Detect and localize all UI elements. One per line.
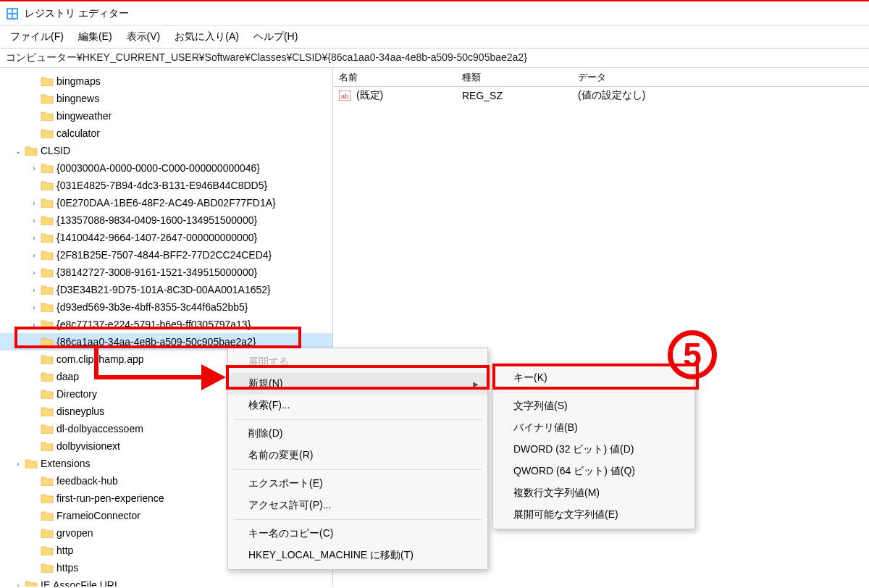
- svg-rect-3: [8, 14, 12, 18]
- ctx-new[interactable]: 新規(N) ▶: [228, 373, 487, 395]
- folder-icon: [41, 406, 54, 416]
- tree-item[interactable]: bingmaps: [0, 72, 332, 90]
- tree-item-label: {e8c77137-e224-5791-b6e9-ff0305797a13}: [56, 319, 251, 330]
- separator: [234, 469, 482, 470]
- tree-item-label: {14100442-9664-1407-2647-000000000000}: [56, 232, 257, 243]
- col-name[interactable]: 名前: [333, 71, 456, 84]
- expand-icon[interactable]: ›: [29, 303, 39, 311]
- value-row[interactable]: ab (既定) REG_SZ (値の設定なし): [333, 87, 869, 104]
- ctx-export[interactable]: エクスポート(E): [228, 473, 487, 495]
- tree-item-label: http: [56, 545, 73, 556]
- arrow-line: [94, 375, 203, 379]
- col-data[interactable]: データ: [572, 71, 869, 84]
- expand-icon[interactable]: ›: [13, 460, 23, 468]
- expand-icon[interactable]: ›: [29, 269, 39, 277]
- svg-text:ab: ab: [341, 93, 348, 100]
- tree-item-label: {38142727-3008-9161-1521-349515000000}: [56, 266, 257, 278]
- tree-item-label: https: [56, 562, 78, 574]
- svg-rect-2: [13, 9, 17, 13]
- folder-icon: [41, 232, 54, 243]
- folder-icon: [41, 76, 54, 86]
- tree-item-label: {86ca1aa0-34aa-4e8b-a509-50c905bae2a2}: [56, 336, 256, 348]
- ctx-rename[interactable]: 名前の変更(R): [228, 445, 487, 466]
- folder-icon: [41, 424, 54, 434]
- ctx-new-dword[interactable]: DWORD (32 ビット) 値(D): [493, 439, 694, 461]
- folder-icon: [41, 528, 54, 538]
- tree-item-label: bingnews: [56, 93, 99, 104]
- tree-item[interactable]: ›{38142727-3008-9161-1521-349515000000}: [0, 264, 332, 281]
- address-bar[interactable]: コンピューター¥HKEY_CURRENT_USER¥Software¥Class…: [0, 48, 869, 68]
- menu-file[interactable]: ファイル(F): [10, 30, 64, 43]
- folder-icon: [41, 354, 54, 364]
- tree-item[interactable]: ›{e8c77137-e224-5791-b6e9-ff0305797a13}: [0, 316, 332, 333]
- ctx-new-key[interactable]: キー(K): [493, 367, 694, 389]
- tree-item-label: bingweather: [56, 110, 112, 122]
- context-menu: 展開する 新規(N) ▶ 検索(F)... 削除(D) 名前の変更(R) エクス…: [227, 348, 488, 570]
- folder-icon: [41, 267, 54, 277]
- ctx-goto-hklm[interactable]: HKEY_LOCAL_MACHINE に移動(T): [228, 545, 487, 566]
- ctx-new-binary[interactable]: バイナリ値(B): [493, 417, 694, 439]
- tree-item-label: com.clipchamp.app: [56, 353, 144, 365]
- value-header-row: 名前 種類 データ: [333, 68, 869, 87]
- tree-item-label: calculator: [56, 127, 100, 139]
- expand-icon[interactable]: ›: [29, 251, 39, 259]
- col-type[interactable]: 種類: [456, 71, 572, 84]
- window-title: レジストリ エディター: [25, 7, 129, 20]
- value-name: (既定): [356, 89, 383, 101]
- menu-edit[interactable]: 編集(E): [78, 30, 112, 43]
- folder-icon: [41, 198, 54, 208]
- menu-bar: ファイル(F) 編集(E) 表示(V) お気に入り(A) ヘルプ(H): [0, 26, 869, 48]
- tree-item[interactable]: ⌄CLSID: [0, 142, 332, 159]
- tree-item[interactable]: ›IE.AssocFile.URL: [0, 576, 332, 587]
- ctx-delete[interactable]: 削除(D): [228, 423, 487, 445]
- value-type: REG_SZ: [456, 90, 572, 101]
- title-bar: レジストリ エディター: [0, 1, 869, 26]
- tree-item[interactable]: ›{0E270DAA-1BE6-48F2-AC49-ABD02F77FD1A}: [0, 194, 332, 211]
- expand-icon[interactable]: ›: [29, 164, 39, 172]
- tree-item[interactable]: ›{d93ed569-3b3e-4bff-8355-3c44f6a52bb5}: [0, 298, 332, 316]
- expand-icon[interactable]: ⌄: [13, 147, 23, 155]
- tree-item[interactable]: ›{D3E34B21-9D75-101A-8C3D-00AA001A1652}: [0, 281, 332, 298]
- tree-item[interactable]: ›{14100442-9664-1407-2647-000000000000}: [0, 229, 332, 246]
- tree-item-label: Extensions: [41, 458, 90, 469]
- expand-icon[interactable]: ›: [29, 234, 39, 242]
- menu-view[interactable]: 表示(V): [127, 30, 161, 43]
- folder-icon: [41, 511, 54, 521]
- folder-icon: [41, 285, 54, 295]
- expand-icon[interactable]: ›: [13, 581, 23, 587]
- tree-item[interactable]: calculator: [0, 125, 332, 142]
- expand-icon[interactable]: ›: [29, 321, 39, 329]
- ctx-copy-key[interactable]: キー名のコピー(C): [228, 523, 487, 545]
- ctx-find[interactable]: 検索(F)...: [228, 395, 487, 416]
- tree-item[interactable]: bingnews: [0, 90, 332, 107]
- ctx-permissions[interactable]: アクセス許可(P)...: [228, 495, 487, 516]
- ctx-new-expandstring[interactable]: 展開可能な文字列値(E): [493, 504, 694, 526]
- expand-icon[interactable]: ›: [29, 286, 39, 294]
- ctx-new-qword[interactable]: QWORD (64 ビット) 値(Q): [493, 461, 694, 482]
- tree-item[interactable]: {031E4825-7B94-4dc3-B131-E946B44C8DD5}: [0, 177, 332, 194]
- separator: [234, 419, 482, 420]
- expand-icon[interactable]: ›: [29, 217, 39, 224]
- folder-icon: [41, 128, 54, 138]
- svg-rect-1: [8, 9, 12, 13]
- tree-item[interactable]: ›{0003000A-0000-0000-C000-000000000046}: [0, 159, 332, 177]
- menu-help[interactable]: ヘルプ(H): [253, 30, 298, 43]
- folder-icon: [41, 441, 54, 451]
- regedit-icon: [6, 7, 19, 20]
- tree-item-label: {0E270DAA-1BE6-48F2-AC49-ABD02F77FD1A}: [56, 197, 276, 209]
- folder-icon: [41, 163, 54, 173]
- tree-item-label: {d93ed569-3b3e-4bff-8355-3c44f6a52bb5}: [56, 301, 248, 313]
- tree-item[interactable]: ›{13357088-9834-0409-1600-134951500000}: [0, 211, 332, 229]
- value-data: (値の設定なし): [572, 89, 869, 102]
- separator: [499, 392, 689, 392]
- context-submenu-new: キー(K) 文字列値(S) バイナリ値(B) DWORD (32 ビット) 値(…: [492, 364, 695, 529]
- folder-icon: [41, 250, 54, 260]
- tree-item-label: FrameioConnector: [56, 510, 140, 521]
- ctx-new-multistring[interactable]: 複数行文字列値(M): [493, 482, 694, 504]
- arrow-head-icon: [201, 364, 226, 390]
- ctx-new-string[interactable]: 文字列値(S): [493, 395, 694, 417]
- tree-item[interactable]: ›{2F81B25E-7507-4844-BFF2-77D2CC24CED4}: [0, 246, 332, 264]
- expand-icon[interactable]: ›: [29, 199, 39, 207]
- menu-favorites[interactable]: お気に入り(A): [175, 30, 239, 43]
- tree-item[interactable]: bingweather: [0, 107, 332, 125]
